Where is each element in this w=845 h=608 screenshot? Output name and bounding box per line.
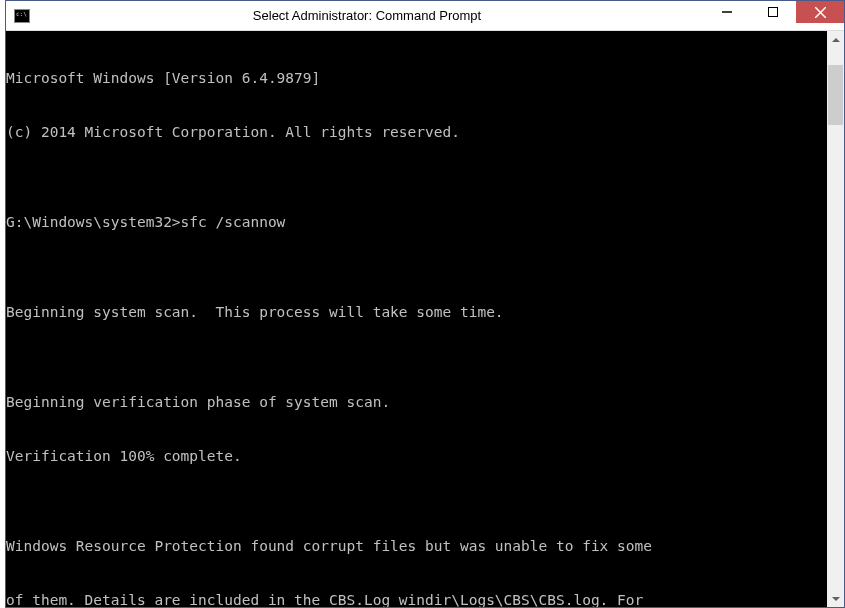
minimize-button[interactable] — [704, 1, 750, 23]
svg-rect-1 — [769, 8, 778, 17]
scroll-down-button[interactable] — [827, 590, 844, 607]
output-line: G:\Windows\system32>sfc /scannow — [6, 213, 827, 231]
output-line: of them. Details are included in the CBS… — [6, 591, 827, 607]
output-line: Verification 100% complete. — [6, 447, 827, 465]
vertical-scrollbar[interactable] — [827, 31, 844, 607]
scroll-thumb[interactable] — [828, 65, 843, 125]
maximize-icon — [768, 7, 778, 17]
command-prompt-window: Select Administrator: Command Prompt Mic… — [5, 0, 845, 608]
window-controls — [704, 1, 844, 30]
minimize-icon — [722, 7, 732, 17]
output-line: Beginning system scan. This process will… — [6, 303, 827, 321]
console-area[interactable]: Microsoft Windows [Version 6.4.9879] (c)… — [6, 31, 844, 607]
scroll-up-button[interactable] — [827, 31, 844, 48]
scroll-track[interactable] — [827, 48, 844, 590]
arrow-up-icon — [832, 38, 840, 42]
titlebar[interactable]: Select Administrator: Command Prompt — [6, 1, 844, 31]
cmd-icon — [14, 9, 30, 23]
output-line: Windows Resource Protection found corrup… — [6, 537, 827, 555]
close-icon — [815, 7, 826, 18]
maximize-button[interactable] — [750, 1, 796, 23]
output-line: Beginning verification phase of system s… — [6, 393, 827, 411]
console-output[interactable]: Microsoft Windows [Version 6.4.9879] (c)… — [6, 31, 827, 607]
window-title: Select Administrator: Command Prompt — [30, 8, 704, 23]
output-line: Microsoft Windows [Version 6.4.9879] — [6, 69, 827, 87]
arrow-down-icon — [832, 597, 840, 601]
output-line: (c) 2014 Microsoft Corporation. All righ… — [6, 123, 827, 141]
close-button[interactable] — [796, 1, 844, 23]
